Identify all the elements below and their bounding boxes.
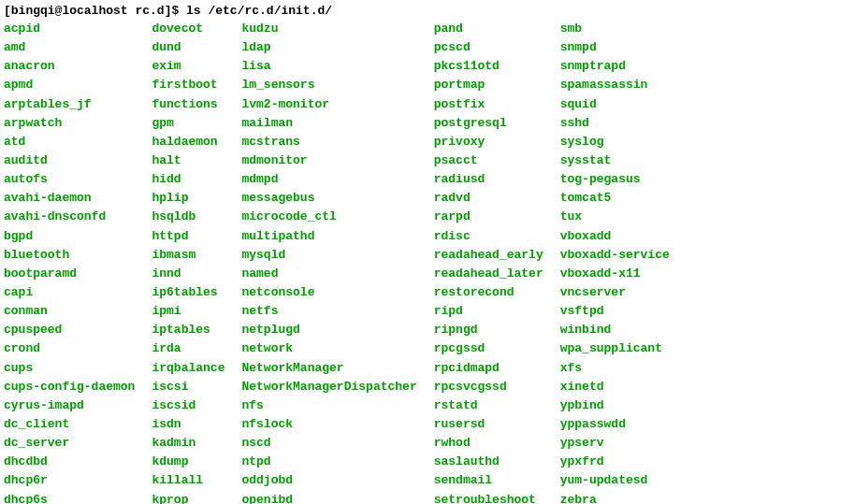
file-entry: kadmin xyxy=(152,434,241,453)
terminal-prompt: [bingqi@localhost rc.d]$ ls /etc/rc.d/in… xyxy=(4,4,851,18)
file-entry: readahead_later xyxy=(434,265,560,283)
file-entry: squid xyxy=(560,95,687,114)
file-entry: named xyxy=(241,265,433,283)
file-entry: pand xyxy=(434,20,560,38)
file-entry: restorecond xyxy=(434,283,560,302)
file-entry: hidd xyxy=(152,170,241,189)
file-entry: postgresql xyxy=(434,114,560,133)
file-entry: kprop xyxy=(152,491,241,504)
file-entry: innd xyxy=(152,265,241,283)
file-entry: kdump xyxy=(152,453,241,471)
file-entry: psacct xyxy=(434,151,560,170)
file-entry: vsftpd xyxy=(560,302,687,321)
listing-column-1: dovecotdundeximfirstbootfunctionsgpmhald… xyxy=(152,20,241,504)
file-entry: radiusd xyxy=(434,170,560,189)
file-entry: ldap xyxy=(241,38,433,57)
file-entry: ypbind xyxy=(560,396,687,415)
file-entry: gpm xyxy=(152,114,241,133)
file-entry: halt xyxy=(152,151,241,170)
file-entry: arpwatch xyxy=(4,114,152,133)
file-entry: auditd xyxy=(4,151,152,170)
file-entry: ipmi xyxy=(152,302,241,321)
file-entry: radvd xyxy=(434,189,560,208)
file-entry: postfix xyxy=(434,95,560,114)
file-entry: firstboot xyxy=(152,76,241,94)
file-entry: mdmonitor xyxy=(241,151,433,170)
file-entry: oddjobd xyxy=(241,471,433,490)
file-entry: iptables xyxy=(152,321,241,339)
file-entry: lm_sensors xyxy=(241,76,433,94)
file-entry: tomcat5 xyxy=(560,189,687,208)
file-entry: tog-pegasus xyxy=(560,170,687,189)
file-entry: iscsi xyxy=(152,378,241,396)
file-entry: dovecot xyxy=(152,20,241,38)
file-entry: dc_client xyxy=(4,415,152,434)
file-entry: netfs xyxy=(241,302,433,321)
file-entry: irqbalance xyxy=(152,359,241,378)
file-entry: readahead_early xyxy=(434,246,560,265)
file-entry: dhcp6r xyxy=(4,471,152,490)
file-entry: crond xyxy=(4,339,152,358)
file-entry: kudzu xyxy=(241,20,433,38)
file-entry: ripngd xyxy=(434,321,560,339)
file-entry: cpuspeed xyxy=(4,321,152,339)
file-entry: multipathd xyxy=(241,227,433,246)
file-entry: xfs xyxy=(560,359,687,378)
file-entry: amd xyxy=(4,38,152,57)
file-entry: ibmasm xyxy=(152,246,241,265)
file-entry: mdmpd xyxy=(241,170,433,189)
file-entry: privoxy xyxy=(434,133,560,151)
file-entry: apmd xyxy=(4,76,152,94)
file-entry: killall xyxy=(152,471,241,490)
file-entry: conman xyxy=(4,302,152,321)
file-entry: rpcsvcgssd xyxy=(434,378,560,396)
file-entry: cups-config-daemon xyxy=(4,378,152,396)
file-entry: lvm2-monitor xyxy=(241,95,433,114)
file-entry: sendmail xyxy=(434,471,560,490)
file-entry: rarpd xyxy=(434,208,560,226)
file-entry: dhcp6s xyxy=(4,491,152,504)
file-entry: rstatd xyxy=(434,396,560,415)
file-entry: cups xyxy=(4,359,152,378)
file-entry: spamassassin xyxy=(560,76,687,94)
file-entry: yum-updatesd xyxy=(560,471,687,490)
file-entry: openibd xyxy=(241,491,433,504)
file-entry: portmap xyxy=(434,76,560,94)
file-entry: wpa_supplicant xyxy=(560,339,687,358)
file-entry: cyrus-imapd xyxy=(4,396,152,415)
file-entry: acpid xyxy=(4,20,152,38)
listing-column-2: kudzuldaplisalm_sensorslvm2-monitormailm… xyxy=(241,20,433,504)
listing-column-3: pandpcscdpkcs11otdportmappostfixpostgres… xyxy=(434,20,560,504)
file-entry: rpcidmapd xyxy=(434,359,560,378)
file-entry: irda xyxy=(152,339,241,358)
file-entry: iscsid xyxy=(152,396,241,415)
file-entry: bgpd xyxy=(4,227,152,246)
file-entry: netconsole xyxy=(241,283,433,302)
file-entry: hsqldb xyxy=(152,208,241,226)
file-entry: arptables_jf xyxy=(4,95,152,114)
file-entry: saslauthd xyxy=(434,453,560,471)
file-entry: xinetd xyxy=(560,378,687,396)
file-entry: capi xyxy=(4,283,152,302)
file-entry: bluetooth xyxy=(4,246,152,265)
file-entry: bootparamd xyxy=(4,265,152,283)
file-entry: NetworkManager xyxy=(241,359,433,378)
file-entry: sysstat xyxy=(560,151,687,170)
file-entry: vncserver xyxy=(560,283,687,302)
file-entry: avahi-dnsconfd xyxy=(4,208,152,226)
file-entry: mailman xyxy=(241,114,433,133)
file-entry: vboxadd xyxy=(560,227,687,246)
file-entry: vboxadd-service xyxy=(560,246,687,265)
file-entry: rwhod xyxy=(434,434,560,453)
file-entry: netplugd xyxy=(241,321,433,339)
file-entry: ntpd xyxy=(241,453,433,471)
file-entry: nscd xyxy=(241,434,433,453)
listing-column-4: smbsnmpdsnmptrapdspamassassinsquidsshdsy… xyxy=(560,20,687,504)
file-entry: sshd xyxy=(560,114,687,133)
file-entry: functions xyxy=(152,95,241,114)
file-entry: nfslock xyxy=(241,415,433,434)
file-entry: mcstrans xyxy=(241,133,433,151)
file-entry: isdn xyxy=(152,415,241,434)
file-entry: snmpd xyxy=(560,38,687,57)
file-entry: anacron xyxy=(4,57,152,76)
